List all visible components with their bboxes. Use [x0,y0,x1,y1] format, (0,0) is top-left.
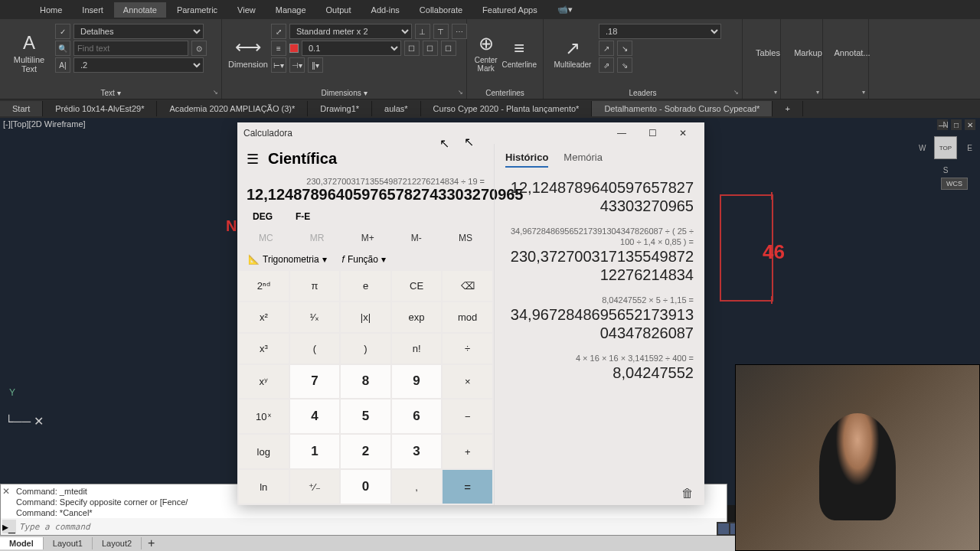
l3[interactable]: ⇗ [599,57,614,73]
history-item[interactable]: 34,967284869565217391304347826087 ÷ ( 25… [505,226,694,284]
calc-history-list[interactable]: 12,124878964059765782743303270965 34,967… [495,175,704,482]
calc-btn-backspace[interactable]: ⌫ [443,271,492,301]
calc-mplus-button[interactable]: M+ [355,230,381,246]
viewport-label[interactable]: [-][Top][2D Wireframe] [3,119,86,129]
tab-home[interactable]: Home [31,2,71,18]
calc-btn-pow[interactable]: xʸ [239,365,289,399]
cmd-close-icon[interactable]: ✕ [2,486,10,497]
dim-group-expand[interactable]: ↘ [458,89,463,96]
layout-tab-2[interactable]: Layout2 [93,537,142,549]
calc-fe-button[interactable]: F-E [296,211,310,222]
history-item[interactable]: 8,04247552 × 5 ÷ 1,15 = 34,9672848695652… [505,295,694,342]
history-item[interactable]: 4 × 16 × 16 × 3,141592 ÷ 400 = 8,0424755… [505,353,694,382]
calc-btn-decimal[interactable]: , [392,470,442,504]
l1[interactable]: ↗ [599,41,614,56]
calc-btn-fact[interactable]: n! [392,334,442,364]
leader-style-select[interactable]: .18 [599,24,721,39]
dim-c3[interactable]: ☐ [441,41,456,56]
calc-btn-pi[interactable]: π [290,271,340,301]
calc-trig-dropdown[interactable]: 📐 Trigonometria ▾ [248,254,327,265]
doc-tab-3[interactable]: Drawing1* [308,101,372,116]
text-height-select[interactable]: .2 [74,57,204,73]
tab-addins[interactable]: Add-ins [362,2,409,18]
calc-minimize-icon[interactable]: — [606,122,637,144]
tab-view[interactable]: View [228,2,265,18]
multileader-button[interactable]: ↗Multileader [550,22,596,83]
calc-btn-9[interactable]: 9 [392,365,442,399]
tab-output[interactable]: Output [317,2,361,18]
dim-b1[interactable]: ⊥ [415,24,430,39]
calc-func-dropdown[interactable]: f Função ▾ [342,254,386,265]
viewcube-n[interactable]: N [942,121,948,129]
calc-btn-8[interactable]: 8 [341,365,390,399]
calc-btn-5[interactable]: 5 [341,399,390,433]
calc-btn-ln[interactable]: ln [239,470,289,504]
tab-featured[interactable]: Featured Apps [473,2,547,18]
calc-close-icon[interactable]: ✕ [668,122,698,144]
calc-btn-10x[interactable]: 10ˣ [239,399,289,433]
calc-btn-equals[interactable]: = [443,470,492,504]
doc-tab-start[interactable]: Start [0,101,43,116]
calc-btn-add[interactable]: + [443,435,492,468]
dim-d3[interactable]: ‖▾ [308,57,323,73]
calc-btn-e[interactable]: e [341,271,390,301]
history-clear-icon[interactable]: 🗑 [495,482,704,505]
find-icon[interactable]: 🔍 [55,41,70,56]
calc-btn-abs[interactable]: |x| [341,302,390,332]
viewcube-s[interactable]: S [943,166,949,174]
calc-btn-6[interactable]: 6 [392,399,442,433]
height-icon[interactable]: A| [55,57,70,73]
viewcube-e[interactable]: E [967,144,972,152]
layer-icon[interactable]: ≡ [271,41,286,56]
calc-btn-2nd[interactable]: 2ⁿᵈ [239,271,289,301]
viewcube-w[interactable]: W [919,144,926,152]
calc-tab-memory[interactable]: Memória [564,152,603,168]
calc-menu-icon[interactable]: ☰ [247,151,259,168]
wcs-label[interactable]: WCS [941,178,968,190]
dim-layer-select[interactable]: 0.1 [302,41,401,56]
calc-ms-button[interactable]: MS [452,230,479,246]
status-icon[interactable] [718,523,729,534]
center-mark-button[interactable]: ⊕Center Mark [473,22,498,83]
doc-tab-1[interactable]: Prédio 10x14-AlvEst29* [43,101,157,116]
calc-mr-button[interactable]: MR [304,230,331,246]
dim-d1[interactable]: ⊢▾ [271,57,286,73]
doc-tab-5[interactable]: Curso Cype 2020 - Planta lançamento* [421,101,593,116]
l2[interactable]: ↘ [617,41,632,56]
calc-btn-mod[interactable]: mod [443,302,492,332]
layout-tab-model[interactable]: Model [0,537,44,549]
text-style-select[interactable]: Detalhes [74,24,204,39]
find-go[interactable]: ⊙ [191,41,207,56]
multiline-text-button[interactable]: A Multiline Text [6,22,52,83]
doc-tab-4[interactable]: aulas* [372,101,421,116]
find-text-input[interactable] [74,41,188,56]
calc-btn-mul[interactable]: × [443,365,492,399]
calc-mminus-button[interactable]: M- [405,230,428,246]
calc-btn-recip[interactable]: ¹⁄ₓ [290,302,340,332]
dim-style-icon[interactable]: ⤢ [271,24,286,39]
calc-btn-4[interactable]: 4 [290,399,340,433]
calc-mc-button[interactable]: MC [253,230,279,246]
calc-tab-history[interactable]: Histórico [505,152,548,168]
dim-b2[interactable]: ⊤ [433,24,449,39]
calc-btn-exp[interactable]: exp [392,302,442,332]
calc-btn-log[interactable]: log [239,435,289,468]
calc-btn-rparen[interactable]: ) [341,334,390,364]
tab-annotate[interactable]: Annotate [114,2,166,18]
calc-btn-sign[interactable]: ⁺⁄₋ [290,470,340,504]
l4[interactable]: ⇘ [617,57,632,73]
annotat-button[interactable]: Annotat... [829,22,875,83]
tab-manage[interactable]: Manage [266,2,315,18]
viewcube-top[interactable]: TOP [934,136,957,159]
tab-insert[interactable]: Insert [73,2,113,18]
doc-tab-2[interactable]: Academia 2020 AMPLIAÇÃO (3)* [157,101,308,116]
centerline-button[interactable]: ≡Centerline [501,22,537,83]
calc-btn-ce[interactable]: CE [392,271,442,301]
calculator-titlebar[interactable]: Calculadora — ☐ ✕ [237,122,704,144]
calc-btn-7[interactable]: 7 [290,365,340,399]
command-input[interactable] [19,522,725,532]
tab-collaborate[interactable]: Collaborate [410,2,472,18]
doc-tab-add[interactable]: + [773,101,802,116]
history-item[interactable]: 12,124878964059765782743303270965 [505,178,694,215]
calc-btn-lparen[interactable]: ( [290,334,340,364]
